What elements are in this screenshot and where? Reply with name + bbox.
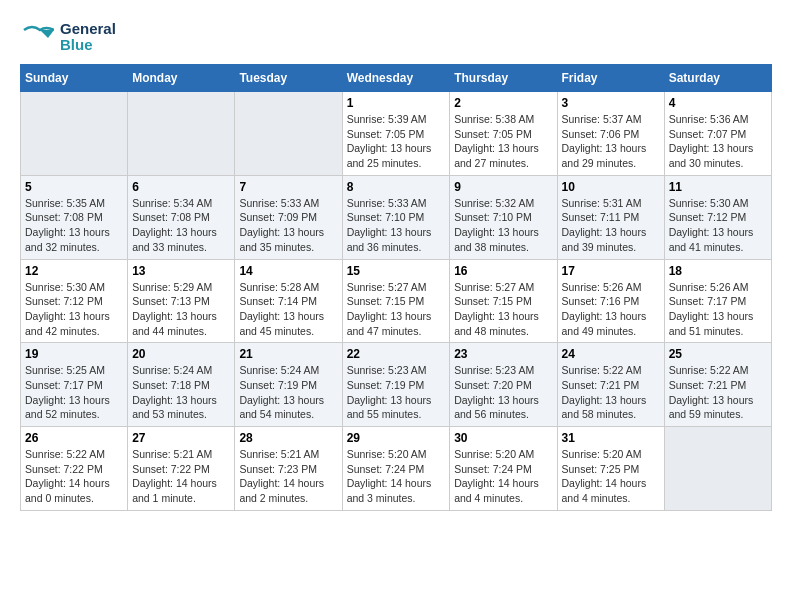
day-number: 14 bbox=[239, 264, 337, 278]
day-info: Sunrise: 5:22 AM Sunset: 7:22 PM Dayligh… bbox=[25, 447, 123, 506]
day-info: Sunrise: 5:32 AM Sunset: 7:10 PM Dayligh… bbox=[454, 196, 552, 255]
logo-text: General Blue bbox=[60, 21, 116, 54]
calendar-cell: 24Sunrise: 5:22 AM Sunset: 7:21 PM Dayli… bbox=[557, 343, 664, 427]
day-info: Sunrise: 5:29 AM Sunset: 7:13 PM Dayligh… bbox=[132, 280, 230, 339]
calendar-cell: 12Sunrise: 5:30 AM Sunset: 7:12 PM Dayli… bbox=[21, 259, 128, 343]
day-info: Sunrise: 5:23 AM Sunset: 7:19 PM Dayligh… bbox=[347, 363, 446, 422]
calendar-cell: 8Sunrise: 5:33 AM Sunset: 7:10 PM Daylig… bbox=[342, 175, 450, 259]
day-number: 10 bbox=[562, 180, 660, 194]
weekday-header-tuesday: Tuesday bbox=[235, 65, 342, 92]
weekday-header-monday: Monday bbox=[128, 65, 235, 92]
calendar-cell: 18Sunrise: 5:26 AM Sunset: 7:17 PM Dayli… bbox=[664, 259, 771, 343]
calendar-table: SundayMondayTuesdayWednesdayThursdayFrid… bbox=[20, 64, 772, 511]
calendar-cell: 21Sunrise: 5:24 AM Sunset: 7:19 PM Dayli… bbox=[235, 343, 342, 427]
day-info: Sunrise: 5:33 AM Sunset: 7:09 PM Dayligh… bbox=[239, 196, 337, 255]
day-number: 15 bbox=[347, 264, 446, 278]
calendar-cell bbox=[21, 92, 128, 176]
calendar-cell: 14Sunrise: 5:28 AM Sunset: 7:14 PM Dayli… bbox=[235, 259, 342, 343]
calendar-cell: 30Sunrise: 5:20 AM Sunset: 7:24 PM Dayli… bbox=[450, 427, 557, 511]
day-number: 4 bbox=[669, 96, 767, 110]
calendar-cell: 3Sunrise: 5:37 AM Sunset: 7:06 PM Daylig… bbox=[557, 92, 664, 176]
day-info: Sunrise: 5:30 AM Sunset: 7:12 PM Dayligh… bbox=[25, 280, 123, 339]
day-number: 23 bbox=[454, 347, 552, 361]
weekday-header-friday: Friday bbox=[557, 65, 664, 92]
day-info: Sunrise: 5:30 AM Sunset: 7:12 PM Dayligh… bbox=[669, 196, 767, 255]
day-number: 28 bbox=[239, 431, 337, 445]
day-number: 9 bbox=[454, 180, 552, 194]
day-info: Sunrise: 5:22 AM Sunset: 7:21 PM Dayligh… bbox=[562, 363, 660, 422]
day-info: Sunrise: 5:27 AM Sunset: 7:15 PM Dayligh… bbox=[347, 280, 446, 339]
day-number: 5 bbox=[25, 180, 123, 194]
day-info: Sunrise: 5:21 AM Sunset: 7:23 PM Dayligh… bbox=[239, 447, 337, 506]
day-number: 25 bbox=[669, 347, 767, 361]
day-info: Sunrise: 5:39 AM Sunset: 7:05 PM Dayligh… bbox=[347, 112, 446, 171]
calendar-cell: 23Sunrise: 5:23 AM Sunset: 7:20 PM Dayli… bbox=[450, 343, 557, 427]
day-number: 24 bbox=[562, 347, 660, 361]
day-number: 3 bbox=[562, 96, 660, 110]
calendar-cell: 15Sunrise: 5:27 AM Sunset: 7:15 PM Dayli… bbox=[342, 259, 450, 343]
day-number: 18 bbox=[669, 264, 767, 278]
day-info: Sunrise: 5:36 AM Sunset: 7:07 PM Dayligh… bbox=[669, 112, 767, 171]
calendar-header-row: SundayMondayTuesdayWednesdayThursdayFrid… bbox=[21, 65, 772, 92]
day-number: 20 bbox=[132, 347, 230, 361]
logo-line2: Blue bbox=[60, 37, 116, 54]
day-info: Sunrise: 5:38 AM Sunset: 7:05 PM Dayligh… bbox=[454, 112, 552, 171]
day-info: Sunrise: 5:27 AM Sunset: 7:15 PM Dayligh… bbox=[454, 280, 552, 339]
day-number: 30 bbox=[454, 431, 552, 445]
weekday-header-saturday: Saturday bbox=[664, 65, 771, 92]
calendar-week-row: 19Sunrise: 5:25 AM Sunset: 7:17 PM Dayli… bbox=[21, 343, 772, 427]
calendar-cell: 25Sunrise: 5:22 AM Sunset: 7:21 PM Dayli… bbox=[664, 343, 771, 427]
day-info: Sunrise: 5:23 AM Sunset: 7:20 PM Dayligh… bbox=[454, 363, 552, 422]
calendar-cell: 2Sunrise: 5:38 AM Sunset: 7:05 PM Daylig… bbox=[450, 92, 557, 176]
day-info: Sunrise: 5:35 AM Sunset: 7:08 PM Dayligh… bbox=[25, 196, 123, 255]
day-number: 11 bbox=[669, 180, 767, 194]
calendar-cell: 13Sunrise: 5:29 AM Sunset: 7:13 PM Dayli… bbox=[128, 259, 235, 343]
day-number: 8 bbox=[347, 180, 446, 194]
day-number: 17 bbox=[562, 264, 660, 278]
day-info: Sunrise: 5:20 AM Sunset: 7:24 PM Dayligh… bbox=[347, 447, 446, 506]
weekday-header-sunday: Sunday bbox=[21, 65, 128, 92]
svg-rect-0 bbox=[20, 20, 54, 54]
logo: General Blue bbox=[20, 20, 116, 54]
day-number: 7 bbox=[239, 180, 337, 194]
day-number: 22 bbox=[347, 347, 446, 361]
calendar-cell: 4Sunrise: 5:36 AM Sunset: 7:07 PM Daylig… bbox=[664, 92, 771, 176]
calendar-cell: 22Sunrise: 5:23 AM Sunset: 7:19 PM Dayli… bbox=[342, 343, 450, 427]
calendar-week-row: 1Sunrise: 5:39 AM Sunset: 7:05 PM Daylig… bbox=[21, 92, 772, 176]
day-info: Sunrise: 5:33 AM Sunset: 7:10 PM Dayligh… bbox=[347, 196, 446, 255]
calendar-cell: 16Sunrise: 5:27 AM Sunset: 7:15 PM Dayli… bbox=[450, 259, 557, 343]
day-number: 31 bbox=[562, 431, 660, 445]
day-info: Sunrise: 5:26 AM Sunset: 7:16 PM Dayligh… bbox=[562, 280, 660, 339]
day-info: Sunrise: 5:25 AM Sunset: 7:17 PM Dayligh… bbox=[25, 363, 123, 422]
calendar-week-row: 12Sunrise: 5:30 AM Sunset: 7:12 PM Dayli… bbox=[21, 259, 772, 343]
calendar-cell: 31Sunrise: 5:20 AM Sunset: 7:25 PM Dayli… bbox=[557, 427, 664, 511]
calendar-cell bbox=[235, 92, 342, 176]
calendar-week-row: 5Sunrise: 5:35 AM Sunset: 7:08 PM Daylig… bbox=[21, 175, 772, 259]
day-info: Sunrise: 5:37 AM Sunset: 7:06 PM Dayligh… bbox=[562, 112, 660, 171]
calendar-cell: 19Sunrise: 5:25 AM Sunset: 7:17 PM Dayli… bbox=[21, 343, 128, 427]
day-info: Sunrise: 5:31 AM Sunset: 7:11 PM Dayligh… bbox=[562, 196, 660, 255]
calendar-cell bbox=[128, 92, 235, 176]
day-number: 2 bbox=[454, 96, 552, 110]
day-number: 27 bbox=[132, 431, 230, 445]
calendar-cell: 26Sunrise: 5:22 AM Sunset: 7:22 PM Dayli… bbox=[21, 427, 128, 511]
calendar-cell: 20Sunrise: 5:24 AM Sunset: 7:18 PM Dayli… bbox=[128, 343, 235, 427]
calendar-cell: 27Sunrise: 5:21 AM Sunset: 7:22 PM Dayli… bbox=[128, 427, 235, 511]
logo-container: General Blue bbox=[20, 20, 116, 54]
day-info: Sunrise: 5:22 AM Sunset: 7:21 PM Dayligh… bbox=[669, 363, 767, 422]
day-number: 16 bbox=[454, 264, 552, 278]
calendar-cell: 17Sunrise: 5:26 AM Sunset: 7:16 PM Dayli… bbox=[557, 259, 664, 343]
day-info: Sunrise: 5:24 AM Sunset: 7:18 PM Dayligh… bbox=[132, 363, 230, 422]
calendar-cell: 11Sunrise: 5:30 AM Sunset: 7:12 PM Dayli… bbox=[664, 175, 771, 259]
calendar-cell: 1Sunrise: 5:39 AM Sunset: 7:05 PM Daylig… bbox=[342, 92, 450, 176]
day-number: 6 bbox=[132, 180, 230, 194]
calendar-week-row: 26Sunrise: 5:22 AM Sunset: 7:22 PM Dayli… bbox=[21, 427, 772, 511]
day-info: Sunrise: 5:20 AM Sunset: 7:24 PM Dayligh… bbox=[454, 447, 552, 506]
logo-line1: General bbox=[60, 21, 116, 38]
calendar-cell: 29Sunrise: 5:20 AM Sunset: 7:24 PM Dayli… bbox=[342, 427, 450, 511]
day-number: 13 bbox=[132, 264, 230, 278]
calendar-cell: 6Sunrise: 5:34 AM Sunset: 7:08 PM Daylig… bbox=[128, 175, 235, 259]
day-info: Sunrise: 5:26 AM Sunset: 7:17 PM Dayligh… bbox=[669, 280, 767, 339]
calendar-cell: 9Sunrise: 5:32 AM Sunset: 7:10 PM Daylig… bbox=[450, 175, 557, 259]
weekday-header-wednesday: Wednesday bbox=[342, 65, 450, 92]
